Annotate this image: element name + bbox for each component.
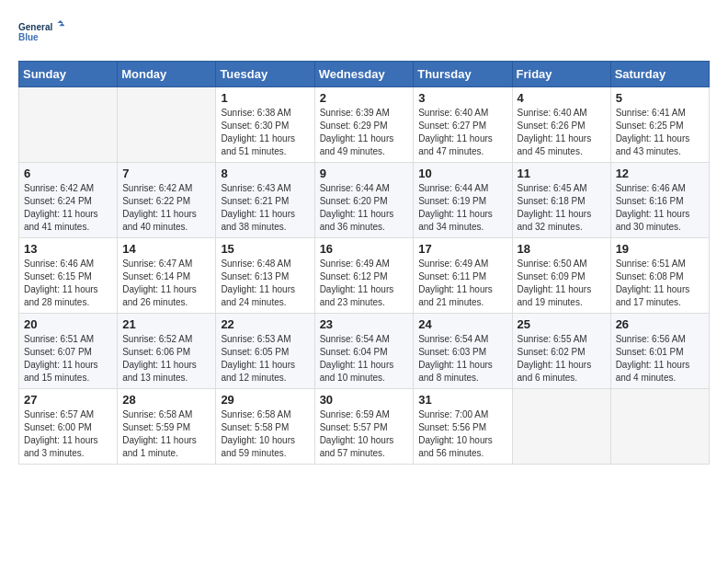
calendar-cell: 23Sunrise: 6:54 AM Sunset: 6:04 PM Dayli… — [314, 314, 414, 389]
calendar-cell: 20Sunrise: 6:51 AM Sunset: 6:07 PM Dayli… — [19, 314, 118, 389]
logo: General Blue — [18, 15, 64, 52]
logo-svg: General Blue — [18, 15, 64, 52]
calendar-header-row: SundayMondayTuesdayWednesdayThursdayFrid… — [19, 62, 710, 87]
calendar-cell: 16Sunrise: 6:49 AM Sunset: 6:12 PM Dayli… — [314, 238, 414, 314]
calendar-cell: 24Sunrise: 6:54 AM Sunset: 6:03 PM Dayli… — [414, 314, 512, 389]
day-number: 17 — [418, 242, 506, 256]
day-info: Sunrise: 6:42 AM Sunset: 6:24 PM Dayligh… — [24, 182, 112, 234]
calendar-cell — [512, 389, 610, 465]
calendar-cell — [610, 389, 709, 465]
week-row-1: 1Sunrise: 6:38 AM Sunset: 6:30 PM Daylig… — [19, 87, 710, 163]
day-number: 28 — [122, 393, 210, 407]
calendar-cell: 29Sunrise: 6:58 AM Sunset: 5:58 PM Dayli… — [216, 389, 314, 465]
day-number: 13 — [24, 242, 112, 256]
day-number: 2 — [320, 91, 409, 105]
day-info: Sunrise: 6:56 AM Sunset: 6:01 PM Dayligh… — [616, 333, 704, 385]
header-friday: Friday — [512, 62, 610, 87]
day-info: Sunrise: 6:42 AM Sunset: 6:22 PM Dayligh… — [122, 182, 210, 234]
day-info: Sunrise: 7:00 AM Sunset: 5:56 PM Dayligh… — [418, 408, 506, 460]
day-number: 18 — [518, 242, 606, 256]
day-info: Sunrise: 6:39 AM Sunset: 6:29 PM Dayligh… — [320, 107, 409, 158]
svg-text:Blue: Blue — [18, 32, 39, 42]
calendar-cell: 31Sunrise: 7:00 AM Sunset: 5:56 PM Dayli… — [414, 389, 512, 465]
calendar-cell: 22Sunrise: 6:53 AM Sunset: 6:05 PM Dayli… — [216, 314, 314, 389]
day-info: Sunrise: 6:54 AM Sunset: 6:03 PM Dayligh… — [418, 333, 506, 385]
header-tuesday: Tuesday — [216, 62, 314, 87]
day-number: 24 — [418, 317, 506, 331]
day-info: Sunrise: 6:49 AM Sunset: 6:11 PM Dayligh… — [418, 258, 506, 309]
calendar-cell: 6Sunrise: 6:42 AM Sunset: 6:24 PM Daylig… — [19, 163, 118, 238]
calendar-cell: 17Sunrise: 6:49 AM Sunset: 6:11 PM Dayli… — [414, 238, 512, 314]
day-number: 15 — [221, 242, 309, 256]
header-wednesday: Wednesday — [314, 62, 414, 87]
day-info: Sunrise: 6:44 AM Sunset: 6:19 PM Dayligh… — [418, 182, 506, 234]
day-info: Sunrise: 6:44 AM Sunset: 6:20 PM Dayligh… — [320, 182, 409, 234]
calendar-cell: 26Sunrise: 6:56 AM Sunset: 6:01 PM Dayli… — [610, 314, 709, 389]
calendar-cell: 2Sunrise: 6:39 AM Sunset: 6:29 PM Daylig… — [314, 87, 414, 163]
day-number: 21 — [122, 317, 210, 331]
header-thursday: Thursday — [414, 62, 512, 87]
calendar-cell: 18Sunrise: 6:50 AM Sunset: 6:09 PM Dayli… — [512, 238, 610, 314]
calendar-cell: 4Sunrise: 6:40 AM Sunset: 6:26 PM Daylig… — [512, 87, 610, 163]
day-info: Sunrise: 6:58 AM Sunset: 5:59 PM Dayligh… — [122, 408, 210, 460]
day-info: Sunrise: 6:46 AM Sunset: 6:15 PM Dayligh… — [24, 258, 112, 309]
day-info: Sunrise: 6:41 AM Sunset: 6:25 PM Dayligh… — [616, 107, 704, 158]
day-number: 6 — [24, 167, 112, 180]
day-number: 9 — [320, 167, 409, 180]
day-info: Sunrise: 6:58 AM Sunset: 5:58 PM Dayligh… — [221, 408, 309, 460]
calendar-cell: 30Sunrise: 6:59 AM Sunset: 5:57 PM Dayli… — [314, 389, 414, 465]
calendar-cell: 3Sunrise: 6:40 AM Sunset: 6:27 PM Daylig… — [414, 87, 512, 163]
day-number: 10 — [418, 167, 506, 180]
day-number: 23 — [320, 317, 409, 331]
calendar-cell — [19, 87, 118, 163]
week-row-5: 27Sunrise: 6:57 AM Sunset: 6:00 PM Dayli… — [19, 389, 710, 465]
day-number: 1 — [221, 91, 309, 105]
day-number: 27 — [24, 393, 112, 407]
day-info: Sunrise: 6:50 AM Sunset: 6:09 PM Dayligh… — [518, 258, 606, 309]
day-info: Sunrise: 6:54 AM Sunset: 6:04 PM Dayligh… — [320, 333, 409, 385]
day-number: 11 — [518, 167, 606, 180]
day-number: 22 — [221, 317, 309, 331]
day-info: Sunrise: 6:52 AM Sunset: 6:06 PM Dayligh… — [122, 333, 210, 385]
calendar-cell: 15Sunrise: 6:48 AM Sunset: 6:13 PM Dayli… — [216, 238, 314, 314]
day-info: Sunrise: 6:40 AM Sunset: 6:26 PM Dayligh… — [518, 107, 606, 158]
day-number: 4 — [518, 91, 606, 105]
day-number: 20 — [24, 317, 112, 331]
page: General Blue SundayMondayTuesdayWednesda… — [0, 0, 728, 483]
day-number: 12 — [616, 167, 704, 180]
day-number: 26 — [616, 317, 704, 331]
calendar-cell: 28Sunrise: 6:58 AM Sunset: 5:59 PM Dayli… — [118, 389, 216, 465]
day-info: Sunrise: 6:55 AM Sunset: 6:02 PM Dayligh… — [518, 333, 606, 385]
day-info: Sunrise: 6:51 AM Sunset: 6:07 PM Dayligh… — [24, 333, 112, 385]
calendar-cell: 13Sunrise: 6:46 AM Sunset: 6:15 PM Dayli… — [19, 238, 118, 314]
day-number: 14 — [122, 242, 210, 256]
calendar-cell: 11Sunrise: 6:45 AM Sunset: 6:18 PM Dayli… — [512, 163, 610, 238]
day-info: Sunrise: 6:47 AM Sunset: 6:14 PM Dayligh… — [122, 258, 210, 309]
day-info: Sunrise: 6:53 AM Sunset: 6:05 PM Dayligh… — [221, 333, 309, 385]
calendar-cell: 5Sunrise: 6:41 AM Sunset: 6:25 PM Daylig… — [610, 87, 709, 163]
day-number: 19 — [616, 242, 704, 256]
day-number: 30 — [320, 393, 409, 407]
calendar-cell: 14Sunrise: 6:47 AM Sunset: 6:14 PM Dayli… — [118, 238, 216, 314]
day-info: Sunrise: 6:51 AM Sunset: 6:08 PM Dayligh… — [616, 258, 704, 309]
week-row-4: 20Sunrise: 6:51 AM Sunset: 6:07 PM Dayli… — [19, 314, 710, 389]
day-number: 7 — [122, 167, 210, 180]
header-sunday: Sunday — [19, 62, 118, 87]
day-info: Sunrise: 6:46 AM Sunset: 6:16 PM Dayligh… — [616, 182, 704, 234]
calendar-cell: 7Sunrise: 6:42 AM Sunset: 6:22 PM Daylig… — [118, 163, 216, 238]
svg-marker-2 — [58, 20, 63, 23]
day-info: Sunrise: 6:57 AM Sunset: 6:00 PM Dayligh… — [24, 408, 112, 460]
calendar-cell: 27Sunrise: 6:57 AM Sunset: 6:00 PM Dayli… — [19, 389, 118, 465]
calendar-cell: 10Sunrise: 6:44 AM Sunset: 6:19 PM Dayli… — [414, 163, 512, 238]
header-monday: Monday — [118, 62, 216, 87]
calendar-cell: 12Sunrise: 6:46 AM Sunset: 6:16 PM Dayli… — [610, 163, 709, 238]
calendar-cell: 9Sunrise: 6:44 AM Sunset: 6:20 PM Daylig… — [314, 163, 414, 238]
day-number: 5 — [616, 91, 704, 105]
header: General Blue — [18, 15, 710, 52]
day-number: 3 — [418, 91, 506, 105]
day-number: 25 — [518, 317, 606, 331]
day-number: 8 — [221, 167, 309, 180]
calendar-cell — [118, 87, 216, 163]
day-number: 29 — [221, 393, 309, 407]
day-info: Sunrise: 6:48 AM Sunset: 6:13 PM Dayligh… — [221, 258, 309, 309]
